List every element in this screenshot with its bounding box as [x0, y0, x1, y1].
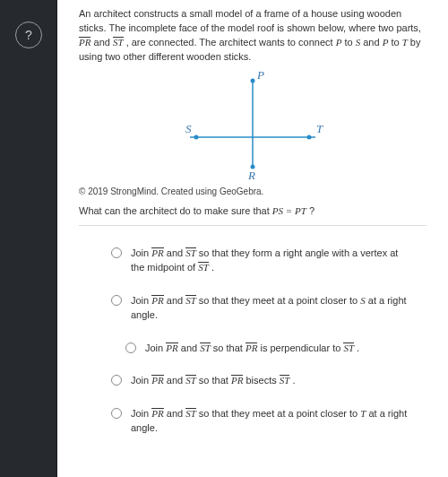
answer-choice[interactable]: Join PR and ST so that PR is perpendicul…	[79, 332, 426, 365]
prompt-equation: PS = PT	[272, 205, 306, 216]
help-button[interactable]: ?	[15, 22, 42, 48]
prompt-part: ?	[309, 205, 314, 216]
var-p: P	[336, 37, 342, 48]
question-prompt: What can the architect do to make sure t…	[79, 205, 426, 216]
question-text: An architect constructs a small model of…	[79, 7, 426, 65]
label-r: R	[247, 169, 255, 179]
geometry-diagram: P S T R	[79, 70, 426, 179]
diagram-svg: P S T R	[159, 70, 347, 179]
copyright-text: © 2019 StrongMind. Created using GeoGebr…	[79, 186, 426, 196]
answer-choice[interactable]: Join PR and ST so that they meet at a po…	[79, 284, 426, 332]
label-s: S	[185, 122, 192, 135]
question-text-part: to	[344, 37, 355, 48]
choice-text: Join PR and ST so that PR is perpendicul…	[145, 341, 409, 356]
svg-point-3	[194, 134, 199, 139]
rail-divider	[56, 0, 57, 477]
label-t: T	[316, 122, 323, 135]
segment-pr: PR	[79, 37, 90, 48]
var-t: T	[402, 37, 408, 48]
answer-choice[interactable]: Join PR and ST so that PR bisects ST .	[79, 364, 426, 397]
answer-choice[interactable]: Join PR and ST so that they meet at a po…	[79, 397, 426, 445]
question-text-part: An architect constructs a small model of…	[79, 8, 421, 33]
choice-text: Join PR and ST so that they meet at a po…	[131, 293, 409, 323]
left-rail: ?	[0, 0, 57, 477]
prompt-part: What can the architect do to make sure t…	[79, 205, 272, 216]
var-s: S	[356, 37, 361, 48]
choice-text: Join PR and ST so that they form a right…	[131, 246, 409, 275]
svg-point-2	[251, 78, 255, 82]
radio-icon[interactable]	[111, 295, 122, 306]
choice-text: Join PR and ST so that PR bisects ST .	[131, 373, 409, 388]
question-text-part: , are connected. The architect wants to …	[126, 37, 336, 48]
radio-icon[interactable]	[111, 375, 122, 386]
answer-choices: Join PR and ST so that they form a right…	[79, 225, 426, 445]
radio-icon[interactable]	[125, 343, 136, 353]
choice-text: Join PR and ST so that they meet at a po…	[131, 406, 409, 436]
question-text-part: to	[391, 37, 401, 48]
answer-choice[interactable]: Join PR and ST so that they form a right…	[79, 237, 426, 284]
app-frame: ? An architect constructs a small model …	[0, 0, 448, 477]
question-page: An architect constructs a small model of…	[57, 0, 448, 477]
radio-icon[interactable]	[111, 247, 122, 258]
segment-st: ST	[113, 37, 124, 48]
radio-icon[interactable]	[111, 408, 122, 419]
var-p: P	[383, 37, 389, 48]
label-p: P	[256, 70, 264, 82]
question-text-part: and	[363, 37, 382, 48]
question-mark-icon: ?	[25, 28, 32, 42]
svg-point-4	[307, 134, 312, 139]
question-text-part: and	[94, 37, 113, 48]
